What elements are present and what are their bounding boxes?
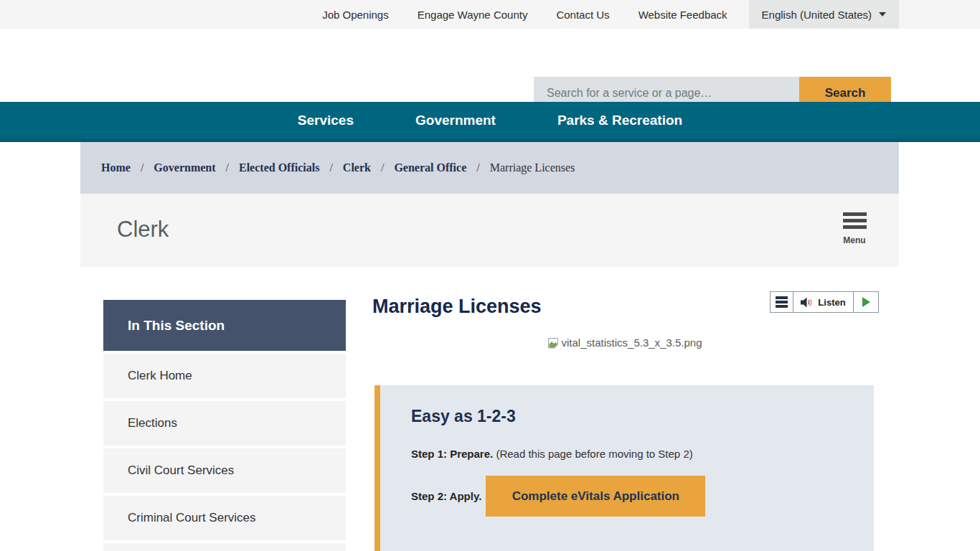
breadcrumb-separator: / [329, 161, 332, 174]
easy-steps-callout: Easy as 1-2-3 Step 1: Prepare. (Read thi… [374, 385, 874, 551]
nav-item-government[interactable]: Government [415, 113, 496, 128]
menu-button-label: Menu [840, 235, 869, 245]
broken-image-placeholder: vital_statistics_5.3_x_3.5.png [372, 336, 877, 349]
breadcrumb-link-home[interactable]: Home [101, 161, 131, 174]
toplink-engage-wayne-county[interactable]: Engage Wayne County [403, 0, 542, 29]
top-utility-links: Job Openings Engage Wayne County Contact… [308, 0, 899, 29]
section-menu-button[interactable]: Menu [840, 212, 869, 245]
broken-image-icon [547, 337, 560, 349]
sidebar-item-partial[interactable] [103, 543, 346, 551]
sidebar-item-civil-court-services[interactable]: Civil Court Services [103, 448, 346, 493]
broken-image-alt-text: vital_statistics_5.3_x_3.5.png [562, 336, 702, 349]
breadcrumb-link-general-office[interactable]: General Office [394, 161, 466, 174]
breadcrumb-separator: / [381, 161, 384, 174]
sidebar-item-elections[interactable]: Elections [103, 401, 346, 446]
hamburger-menu-icon [776, 295, 788, 310]
step-1-label: Step 1: Prepare. [411, 448, 493, 460]
top-utility-bar: Job Openings Engage Wayne County Contact… [0, 0, 980, 29]
step-2-line: Step 2: Apply. Complete eVitals Applicat… [411, 476, 874, 517]
listen-play-button[interactable] [853, 292, 878, 312]
breadcrumb-link-government[interactable]: Government [154, 161, 215, 174]
step-2-label: Step 2: Apply. [411, 490, 481, 502]
header-band: Search [0, 29, 980, 102]
toplink-contact-us[interactable]: Contact Us [542, 0, 623, 29]
nav-item-parks-recreation[interactable]: Parks & Recreation [557, 113, 682, 128]
section-title-band: Clerk Menu [80, 194, 899, 267]
language-selector-label: English (United States) [762, 9, 872, 21]
sidebar-in-this-section: In This Section Clerk Home Elections Civ… [103, 300, 346, 551]
page-title: Clerk [117, 217, 169, 242]
easy-steps-heading: Easy as 1-2-3 [411, 407, 874, 426]
listen-widget: Listen [770, 291, 879, 313]
breadcrumb-link-elected-officials[interactable]: Elected Officials [239, 161, 319, 174]
hamburger-menu-icon [843, 212, 867, 232]
breadcrumb-separator: / [476, 161, 479, 174]
step-1-text: (Read this page before moving to Step 2) [493, 448, 693, 460]
step-1-line: Step 1: Prepare. (Read this page before … [411, 448, 874, 460]
play-icon [862, 297, 870, 307]
breadcrumb-separator: / [141, 161, 143, 174]
breadcrumb-link-clerk[interactable]: Clerk [343, 161, 371, 174]
chevron-down-icon [879, 12, 886, 17]
speaker-icon [801, 297, 813, 308]
sidebar-item-criminal-court-services[interactable]: Criminal Court Services [103, 496, 346, 540]
listen-menu-button[interactable] [771, 292, 793, 312]
content-title: Marriage Licenses [372, 296, 542, 318]
complete-evitals-application-button[interactable]: Complete eVitals Application [486, 476, 705, 517]
breadcrumb: Home / Government / Elected Officials / … [80, 142, 899, 194]
sidebar-header: In This Section [103, 300, 346, 351]
nav-item-services[interactable]: Services [298, 113, 354, 128]
sidebar-item-clerk-home[interactable]: Clerk Home [103, 354, 346, 398]
toplink-job-openings[interactable]: Job Openings [308, 0, 403, 29]
breadcrumb-current-page: Marriage Licenses [490, 161, 575, 174]
toplink-website-feedback[interactable]: Website Feedback [624, 0, 742, 29]
breadcrumb-separator: / [226, 161, 229, 174]
main-navigation: Services Government Parks & Recreation [0, 102, 980, 142]
listen-button[interactable]: Listen [793, 292, 853, 312]
language-selector[interactable]: English (United States) [749, 0, 899, 29]
listen-button-label: Listen [818, 297, 845, 308]
